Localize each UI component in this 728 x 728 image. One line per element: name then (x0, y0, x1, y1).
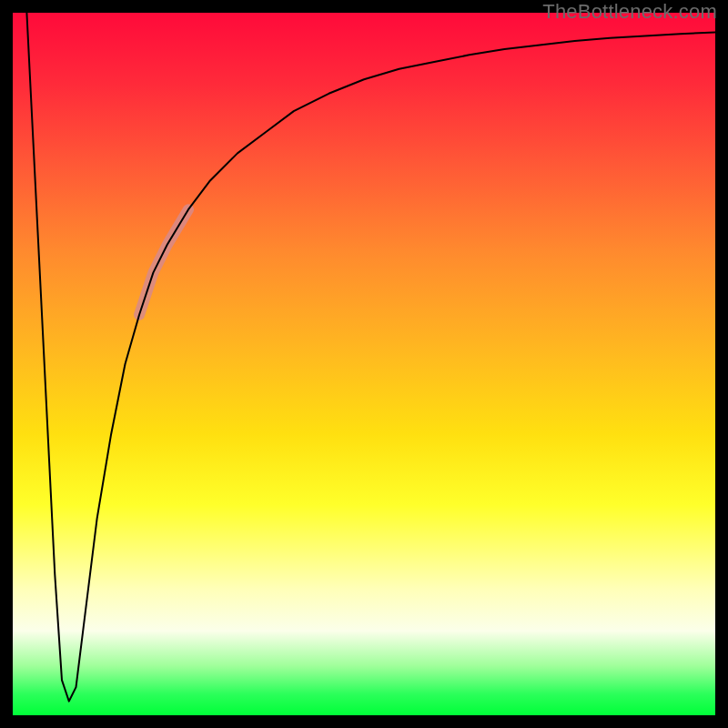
curve-layer (13, 13, 715, 715)
bottleneck-curve (26, 13, 715, 702)
plot-area (13, 13, 715, 715)
chart-frame: TheBottleneck.com (0, 0, 728, 728)
highlight-segment (139, 209, 188, 315)
